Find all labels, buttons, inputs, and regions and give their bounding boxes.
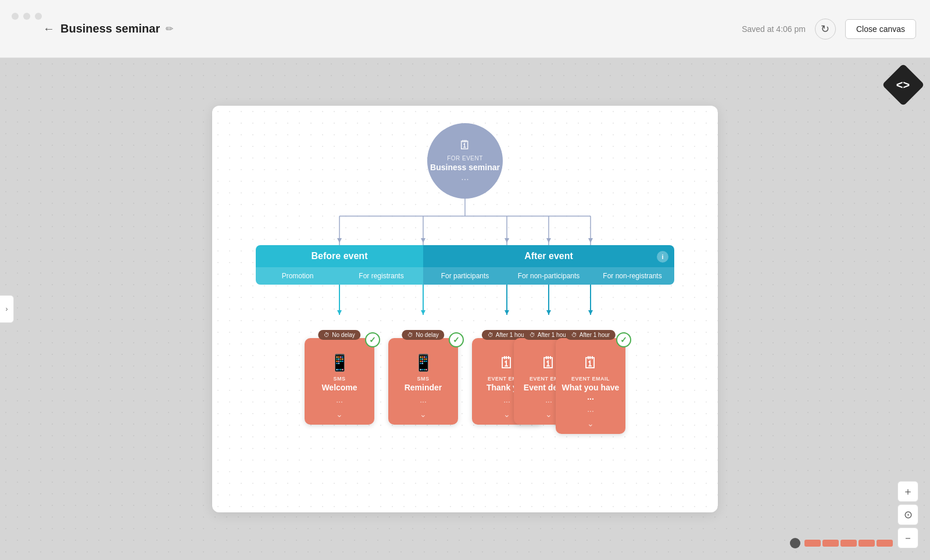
saved-status: Saved at 4:06 pm [742,24,806,34]
svg-marker-8 [421,238,425,243]
diamond-icon-label: <> [896,78,910,91]
chevron-right-icon: › [6,305,8,313]
zoom-reset-button[interactable]: ⊙ [897,504,918,525]
svg-marker-10 [546,238,551,243]
email-event-details-chevron: ⌄ [545,410,552,419]
tab-promotion[interactable]: Promotion [256,267,339,285]
header-right: Saved at 4:06 pm ↻ Close canvas [742,19,916,40]
refresh-button[interactable]: ↻ [815,19,836,40]
before-tabs: Promotion For registrants [256,267,423,285]
svg-marker-15 [421,310,425,315]
step-connectors [256,280,674,356]
sms-reminder-type: SMS [417,376,429,382]
workflow-canvas: 🗓 FOR EVENT Business seminar ··· [212,106,718,512]
tab-for-participants[interactable]: For participants [423,267,507,285]
sms-welcome-icon: 📱 [330,353,350,372]
back-button[interactable]: ← [43,22,55,35]
tab-for-registrants[interactable]: For registrants [339,267,423,285]
window-dot-green [35,13,42,20]
after-tabs: For participants For non-participants Fo… [423,267,674,285]
before-section: Before event Promotion For registrants [256,245,423,285]
email-event-details-icon: 🗓 [541,353,557,372]
svg-marker-19 [546,310,551,315]
root-node[interactable]: 🗓 FOR EVENT Business seminar ··· [427,123,503,199]
mini-map [790,538,893,548]
sms-welcome-dots: ··· [336,397,343,406]
email-thank-you-dots: ··· [503,397,510,406]
sms-welcome-type: SMS [333,376,345,382]
connector-svg [256,199,674,245]
zoom-in-button[interactable]: ＋ [897,481,918,502]
diamond-icon[interactable]: <> [882,63,925,106]
root-node-label: FOR EVENT [447,155,483,161]
zoom-controls: ＋ ⊙ － [897,481,918,548]
email-what-you-have-icon: 🗓 [582,353,599,372]
after-section-header: After event [423,245,674,267]
edit-icon[interactable]: ✏ [166,23,173,34]
mini-map-dot-1 [804,540,821,547]
svg-marker-17 [505,310,509,315]
canvas-area: › <> 🗓 FOR EVENT Business seminar ··· [0,58,930,560]
title-bar: ← Business seminar ✏ Saved at 4:06 pm ↻ … [0,0,930,58]
email-what-you-have-dots: ··· [587,406,594,415]
svg-marker-21 [588,310,593,315]
sms-welcome-chevron: ⌄ [336,410,343,419]
svg-marker-13 [337,310,342,315]
sms-reminder-chevron: ⌄ [420,410,427,419]
email-what-you-have-chevron: ⌄ [587,419,594,428]
email-thank-you-icon: 🗓 [499,353,515,372]
after-section: After event For participants For non-par… [423,245,674,285]
sms-reminder-dots: ··· [420,397,427,406]
email-thank-you-chevron: ⌄ [503,410,510,419]
window-dot-red [12,13,19,20]
sms-welcome-name: Welcome [321,383,357,392]
workflow-content: 🗓 FOR EVENT Business seminar ··· [212,106,718,512]
svg-marker-9 [505,238,509,243]
email-what-you-have-name: What you have ... [560,383,621,401]
mini-map-dot-3 [840,540,857,547]
svg-marker-11 [588,238,593,243]
info-icon[interactable]: i [657,251,668,263]
root-node-dots: ··· [461,174,468,185]
close-canvas-button[interactable]: Close canvas [845,19,916,39]
root-node-icon: 🗓 [459,138,471,153]
window-dot-yellow [23,13,30,20]
tab-for-non-participants[interactable]: For non-participants [507,267,591,285]
svg-marker-7 [337,238,342,243]
root-node-title: Business seminar [430,163,500,172]
sms-reminder-icon: 📱 [413,353,434,372]
category-bar: Before event Promotion For registrants A… [256,245,674,285]
window-controls [12,13,42,20]
tab-for-non-registrants[interactable]: For non-registrants [591,267,674,285]
mini-map-dot-4 [859,540,875,547]
zoom-out-button[interactable]: － [897,527,918,548]
mini-map-indicator [790,538,800,548]
left-panel-toggle[interactable]: › [0,295,14,323]
sms-reminder-name: Reminder [405,383,442,392]
email-event-details-dots: ··· [545,397,552,406]
email-what-you-have-type: EVENT EMAIL [571,376,610,382]
mini-map-dot-2 [822,540,839,547]
mini-map-dot-5 [877,540,893,547]
before-section-header: Before event [256,245,423,267]
page-title: Business seminar [60,22,160,35]
